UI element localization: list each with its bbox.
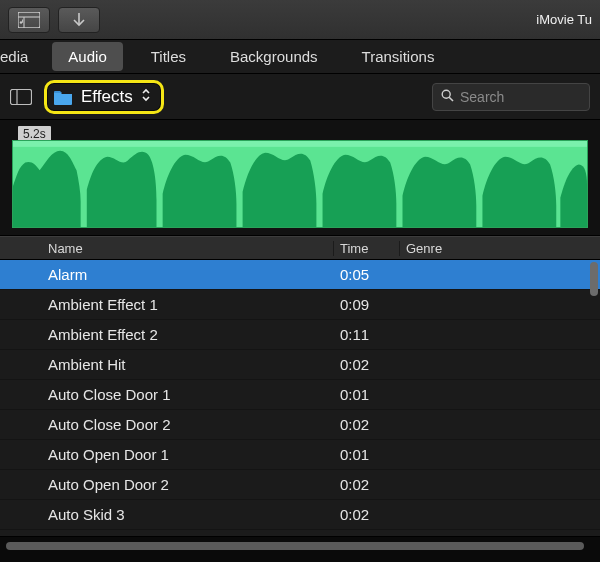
- cell-name: Ambient Hit: [44, 356, 334, 373]
- waveform-graphic: [12, 140, 588, 228]
- sidebar-toggle-button[interactable]: [10, 88, 32, 106]
- cell-name: Auto Close Door 2: [44, 416, 334, 433]
- cell-name: Ambient Effect 2: [44, 326, 334, 343]
- cell-name: Ambient Effect 1: [44, 296, 334, 313]
- cell-time: 0:11: [334, 326, 400, 343]
- column-header-time[interactable]: Time: [334, 241, 400, 256]
- waveform-preview[interactable]: 5.2s: [0, 120, 600, 236]
- vertical-scrollbar-thumb[interactable]: [590, 262, 598, 296]
- column-header-name[interactable]: Name: [44, 241, 334, 256]
- svg-line-9: [449, 97, 453, 101]
- cell-name: Auto Close Door 1: [44, 386, 334, 403]
- folder-icon: [53, 89, 73, 105]
- tab-media[interactable]: edia: [0, 42, 40, 71]
- tab-titles[interactable]: Titles: [135, 42, 202, 71]
- table-row[interactable]: Ambient Effect 10:09: [0, 290, 600, 320]
- tab-transitions[interactable]: Transitions: [346, 42, 451, 71]
- media-library-button[interactable]: [8, 7, 50, 33]
- cell-time: 0:01: [334, 386, 400, 403]
- cell-time: 0:02: [334, 476, 400, 493]
- library-folder-dropdown[interactable]: Effects: [44, 80, 164, 114]
- svg-rect-11: [13, 141, 587, 147]
- library-folder-label: Effects: [81, 87, 133, 107]
- cell-time: 0:05: [334, 266, 400, 283]
- search-input[interactable]: [460, 89, 581, 105]
- table-row[interactable]: Auto Close Door 20:02: [0, 410, 600, 440]
- cell-time: 0:02: [334, 506, 400, 523]
- import-button[interactable]: [58, 7, 100, 33]
- search-icon: [441, 88, 454, 106]
- chevron-updown-icon: [141, 87, 151, 107]
- column-header-genre[interactable]: Genre: [400, 241, 600, 256]
- table-row[interactable]: Auto Skid 30:02: [0, 500, 600, 530]
- cell-time: 0:02: [334, 356, 400, 373]
- table-row[interactable]: Alarm0:05: [0, 260, 600, 290]
- tab-audio[interactable]: Audio: [52, 42, 122, 71]
- svg-point-3: [20, 21, 22, 23]
- search-field[interactable]: [432, 83, 590, 111]
- cell-name: Auto Open Door 2: [44, 476, 334, 493]
- svg-point-8: [442, 90, 450, 98]
- cell-name: Alarm: [44, 266, 334, 283]
- cell-time: 0:09: [334, 296, 400, 313]
- table-row[interactable]: Ambient Effect 20:11: [0, 320, 600, 350]
- table-header: Name Time Genre: [0, 236, 600, 260]
- table-row[interactable]: Auto Close Door 10:01: [0, 380, 600, 410]
- cell-name: Auto Skid 3: [44, 506, 334, 523]
- cell-name: Auto Open Door 1: [44, 446, 334, 463]
- audio-table: Alarm0:05Ambient Effect 10:09Ambient Eff…: [0, 260, 600, 536]
- table-row[interactable]: Auto Open Door 10:01: [0, 440, 600, 470]
- table-row[interactable]: Auto Open Door 20:02: [0, 470, 600, 500]
- cell-time: 0:01: [334, 446, 400, 463]
- window-toolbar: iMovie Tu: [0, 0, 600, 40]
- table-row[interactable]: Ambient Hit0:02: [0, 350, 600, 380]
- svg-rect-4: [22, 19, 23, 22]
- cell-time: 0:02: [334, 416, 400, 433]
- svg-rect-6: [11, 89, 32, 104]
- content-tabs: edia Audio Titles Backgrounds Transition…: [0, 40, 600, 74]
- svg-rect-0: [18, 12, 40, 28]
- browser-bar: Effects: [0, 74, 600, 120]
- horizontal-scrollbar[interactable]: [0, 536, 600, 554]
- tab-backgrounds[interactable]: Backgrounds: [214, 42, 334, 71]
- window-title: iMovie Tu: [536, 12, 592, 27]
- horizontal-scrollbar-thumb[interactable]: [6, 542, 584, 550]
